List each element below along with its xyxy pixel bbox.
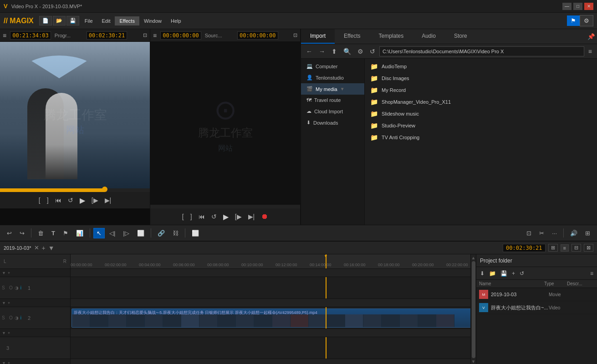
folder-discimages[interactable]: 📁 Disc Images [367, 72, 595, 84]
timeline-scroll-down-button[interactable]: ▼ [471, 359, 476, 364]
source-progress-bar[interactable] [150, 205, 300, 208]
project-file-row-2[interactable]: V 辞夜大小姐想让我告白~... Video [476, 301, 597, 314]
project-refresh-button[interactable]: ↺ [518, 269, 526, 278]
timeline-vertical-scrollbar[interactable]: ▲ ▼ [470, 254, 476, 364]
folder-studiopreview[interactable]: 📁 Studio-Preview [367, 120, 595, 131]
media-back-button[interactable]: ← [304, 47, 315, 56]
maximize-button[interactable]: □ [573, 3, 582, 10]
sidebar-item-tenlonstudio[interactable]: 👤 Tenlonstudio [301, 72, 364, 83]
program-prev-frame-button[interactable]: ⏮ [53, 196, 63, 205]
tab-effects[interactable]: Effects [335, 29, 369, 44]
program-play-button[interactable]: ▶ [78, 195, 87, 206]
histogram-button[interactable]: 📊 [73, 228, 87, 238]
tab-import[interactable]: Import [301, 29, 335, 44]
roll-edit-button[interactable]: ⬜ [134, 228, 148, 238]
media-forward-button[interactable]: → [316, 47, 327, 56]
timeline-add-button[interactable]: + [42, 244, 46, 252]
track-1-expand-button[interactable]: ▼ [2, 271, 6, 275]
track-4-expand-button[interactable]: ▼ [2, 361, 6, 364]
track-2-expand-button[interactable]: ▼ [2, 301, 6, 305]
media-path-bar[interactable]: C:\Users\Tenlonstudio\Documents\MAGIX\Vi… [379, 46, 584, 56]
source-record-button[interactable]: ⏺ [259, 212, 270, 222]
file-menu[interactable]: File [80, 16, 97, 25]
tab-store[interactable]: Store [445, 29, 476, 44]
razor-button[interactable]: ✂ [536, 228, 547, 238]
ripple-trim-button[interactable]: ◁| [106, 228, 118, 238]
source-next-button[interactable]: [▶ [233, 212, 244, 221]
more-button[interactable]: ··· [549, 228, 560, 238]
ripple-trim-right-button[interactable]: |▷ [120, 228, 132, 238]
help-menu[interactable]: Help [166, 16, 186, 25]
source-play-button[interactable]: ▶ [221, 212, 230, 222]
folder-slideshowmusic[interactable]: 📁 Slideshow music [367, 108, 595, 120]
delete-button[interactable]: 🗑 [35, 228, 47, 238]
source-mark-in-button[interactable]: [ [180, 212, 186, 221]
sidebar-item-travelroute[interactable]: 🗺 Travel route [301, 95, 364, 106]
media-search-button[interactable]: 🔍 [341, 47, 353, 56]
project-list-view-button[interactable]: ≡ [588, 269, 595, 278]
program-expand-button[interactable]: ⊡ [143, 32, 147, 38]
insert-button[interactable]: ⬜ [189, 228, 202, 238]
timeline-playhead[interactable]: ▼ [326, 254, 327, 268]
sidebar-item-downloads[interactable]: ⬇ Downloads [301, 117, 364, 128]
timeline-scroll-up-button[interactable]: ▲ [471, 255, 476, 260]
timeline-grid-view-button[interactable]: ⊞ [548, 244, 558, 252]
project-save-button[interactable]: 💾 [499, 269, 509, 278]
gear-button[interactable]: ⚙ [580, 15, 593, 26]
timeline-extra-button[interactable]: ⊠ [584, 244, 593, 252]
export-settings-button[interactable]: ⚑ [567, 15, 580, 26]
source-end-button[interactable]: ▶| [246, 212, 257, 221]
tab-templates[interactable]: Templates [369, 29, 413, 44]
folder-audiotemp[interactable]: 📁 AudioTemp [367, 61, 595, 72]
minimize-button[interactable]: — [562, 3, 571, 10]
text-button[interactable]: T [48, 228, 58, 238]
track-3-expand-button[interactable]: ▼ [2, 331, 6, 335]
tab-audio[interactable]: Audio [413, 29, 445, 44]
save-button[interactable]: 💾 [66, 16, 79, 25]
program-end-button[interactable]: ▶| [103, 196, 113, 205]
undo-button[interactable]: ↩ [4, 228, 15, 238]
media-list-view-button[interactable]: ≡ [586, 47, 594, 56]
project-folder-button[interactable]: 📁 [487, 269, 498, 278]
source-prev-button[interactable]: ⏮ [197, 212, 207, 221]
project-add-button[interactable]: + [510, 269, 517, 278]
edit-menu[interactable]: Edit [97, 16, 115, 25]
timeline-scroll-thumb[interactable] [472, 261, 475, 358]
folder-myrecord[interactable]: 📁 My Record [367, 84, 595, 96]
effects-menu[interactable]: Effects [115, 16, 139, 25]
window-menu[interactable]: Window [139, 16, 166, 25]
magnetic-snap-button[interactable]: ⊡ [523, 228, 535, 238]
folder-shopmanager[interactable]: 📁 ShopManager_Video_Pro_X11 [367, 96, 595, 108]
open-button[interactable]: 📂 [53, 16, 66, 25]
video-clip-2[interactable]: 辞夜大小姐想让我告白：天才们相恋爱头脑战~-5.辞夜大小姐想完成任务 日银师们想… [71, 308, 470, 328]
source-rewind-button[interactable]: ↺ [209, 212, 219, 221]
folder-tvanticropping[interactable]: 📁 TV Anti Cropping [367, 131, 595, 143]
close-button[interactable]: ✕ [584, 3, 593, 10]
project-file-row-1[interactable]: M 2019-10-03 Movie [476, 288, 597, 301]
timeline-settings-button[interactable]: ⊞ [582, 228, 593, 238]
unlink-button[interactable]: ⛓ [169, 228, 182, 238]
volume-button[interactable]: 🔊 [567, 228, 581, 238]
media-pin-button[interactable]: 📌 [586, 29, 597, 44]
timeline-list-view-button[interactable]: ≡ [561, 244, 569, 252]
program-mark-out-button[interactable]: ] [45, 196, 51, 205]
media-settings-button[interactable]: ⚙ [355, 47, 366, 56]
sidebar-item-cloudimport[interactable]: ☁ Cloud Import [301, 106, 364, 117]
program-progress-thumb[interactable] [102, 187, 107, 192]
new-button[interactable]: 📄 [39, 16, 52, 25]
program-mark-in-button[interactable]: [ [37, 196, 42, 205]
sidebar-item-mymedia[interactable]: 🎬 My media ▼ [301, 83, 364, 95]
program-rewind-button[interactable]: ↺ [66, 196, 75, 205]
program-progress-bar[interactable] [0, 188, 150, 192]
link-button[interactable]: 🔗 [154, 228, 168, 238]
media-refresh-button[interactable]: ↺ [367, 47, 378, 56]
media-up-button[interactable]: ⬆ [329, 47, 339, 56]
timeline-close-button[interactable]: ✕ [34, 244, 39, 251]
marker-button[interactable]: ⚑ [60, 228, 71, 238]
select-tool-button[interactable]: ↖ [93, 228, 105, 238]
timeline-dropdown-button[interactable]: ▼ [48, 244, 55, 252]
project-download-button[interactable]: ⬇ [478, 269, 486, 278]
source-monitor-menu-button[interactable]: ≡ [153, 32, 157, 39]
program-next-button[interactable]: [▶ [90, 196, 100, 205]
program-monitor-menu-button[interactable]: ≡ [3, 32, 6, 39]
